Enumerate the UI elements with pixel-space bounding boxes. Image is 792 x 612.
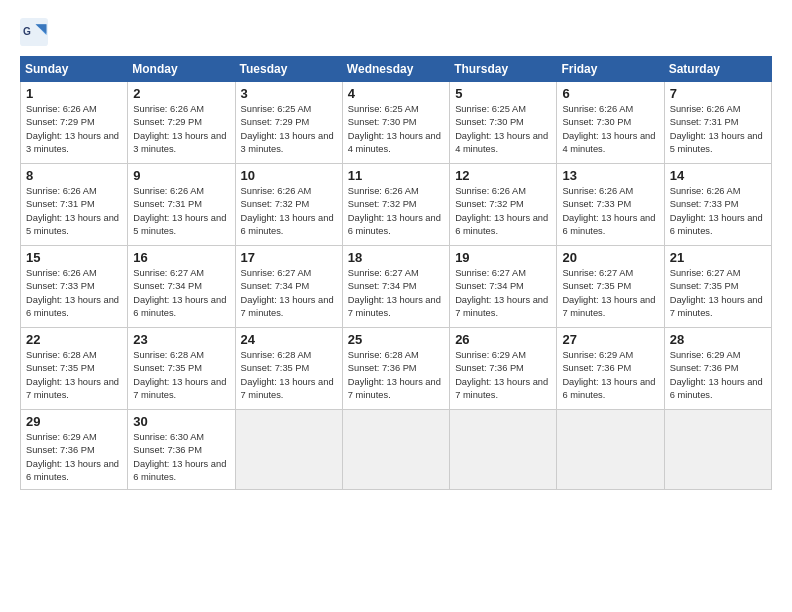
weekday-header-tuesday: Tuesday (235, 57, 342, 82)
day-detail: Sunrise: 6:29 AMSunset: 7:36 PMDaylight:… (26, 431, 122, 485)
calendar-cell: 6 Sunrise: 6:26 AMSunset: 7:30 PMDayligh… (557, 82, 664, 164)
day-number: 4 (348, 86, 444, 101)
day-detail: Sunrise: 6:27 AMSunset: 7:35 PMDaylight:… (670, 267, 766, 321)
day-detail: Sunrise: 6:26 AMSunset: 7:29 PMDaylight:… (133, 103, 229, 157)
day-detail: Sunrise: 6:26 AMSunset: 7:33 PMDaylight:… (670, 185, 766, 239)
calendar-week-1: 1 Sunrise: 6:26 AMSunset: 7:29 PMDayligh… (21, 82, 772, 164)
day-number: 24 (241, 332, 337, 347)
logo-icon: G (20, 18, 48, 46)
day-number: 18 (348, 250, 444, 265)
calendar-cell: 2 Sunrise: 6:26 AMSunset: 7:29 PMDayligh… (128, 82, 235, 164)
calendar-cell (664, 410, 771, 490)
svg-text:G: G (23, 26, 31, 37)
day-detail: Sunrise: 6:26 AMSunset: 7:33 PMDaylight:… (26, 267, 122, 321)
day-number: 8 (26, 168, 122, 183)
calendar-cell: 30 Sunrise: 6:30 AMSunset: 7:36 PMDaylig… (128, 410, 235, 490)
day-detail: Sunrise: 6:29 AMSunset: 7:36 PMDaylight:… (562, 349, 658, 403)
calendar-cell: 16 Sunrise: 6:27 AMSunset: 7:34 PMDaylig… (128, 246, 235, 328)
day-detail: Sunrise: 6:28 AMSunset: 7:35 PMDaylight:… (133, 349, 229, 403)
day-detail: Sunrise: 6:26 AMSunset: 7:32 PMDaylight:… (455, 185, 551, 239)
day-detail: Sunrise: 6:25 AMSunset: 7:30 PMDaylight:… (455, 103, 551, 157)
weekday-header-sunday: Sunday (21, 57, 128, 82)
day-number: 10 (241, 168, 337, 183)
day-detail: Sunrise: 6:28 AMSunset: 7:36 PMDaylight:… (348, 349, 444, 403)
day-detail: Sunrise: 6:27 AMSunset: 7:34 PMDaylight:… (348, 267, 444, 321)
day-detail: Sunrise: 6:28 AMSunset: 7:35 PMDaylight:… (26, 349, 122, 403)
calendar-cell: 26 Sunrise: 6:29 AMSunset: 7:36 PMDaylig… (450, 328, 557, 410)
day-detail: Sunrise: 6:26 AMSunset: 7:33 PMDaylight:… (562, 185, 658, 239)
day-number: 22 (26, 332, 122, 347)
day-detail: Sunrise: 6:27 AMSunset: 7:34 PMDaylight:… (133, 267, 229, 321)
weekday-header-thursday: Thursday (450, 57, 557, 82)
day-number: 27 (562, 332, 658, 347)
weekday-header-wednesday: Wednesday (342, 57, 449, 82)
calendar-cell (557, 410, 664, 490)
day-number: 21 (670, 250, 766, 265)
day-detail: Sunrise: 6:25 AMSunset: 7:30 PMDaylight:… (348, 103, 444, 157)
calendar-cell: 10 Sunrise: 6:26 AMSunset: 7:32 PMDaylig… (235, 164, 342, 246)
calendar-week-4: 22 Sunrise: 6:28 AMSunset: 7:35 PMDaylig… (21, 328, 772, 410)
day-number: 3 (241, 86, 337, 101)
day-number: 17 (241, 250, 337, 265)
day-number: 14 (670, 168, 766, 183)
day-number: 29 (26, 414, 122, 429)
calendar-cell: 18 Sunrise: 6:27 AMSunset: 7:34 PMDaylig… (342, 246, 449, 328)
logo: G (20, 18, 50, 46)
day-number: 12 (455, 168, 551, 183)
day-detail: Sunrise: 6:26 AMSunset: 7:32 PMDaylight:… (241, 185, 337, 239)
calendar-cell: 25 Sunrise: 6:28 AMSunset: 7:36 PMDaylig… (342, 328, 449, 410)
calendar-cell: 3 Sunrise: 6:25 AMSunset: 7:29 PMDayligh… (235, 82, 342, 164)
page: G SundayMondayTuesdayWednesdayThursdayFr… (0, 0, 792, 612)
header-row: G (20, 18, 772, 46)
day-number: 19 (455, 250, 551, 265)
calendar-cell: 17 Sunrise: 6:27 AMSunset: 7:34 PMDaylig… (235, 246, 342, 328)
calendar-week-5: 29 Sunrise: 6:29 AMSunset: 7:36 PMDaylig… (21, 410, 772, 490)
calendar-cell: 7 Sunrise: 6:26 AMSunset: 7:31 PMDayligh… (664, 82, 771, 164)
day-number: 13 (562, 168, 658, 183)
day-number: 5 (455, 86, 551, 101)
weekday-header-row: SundayMondayTuesdayWednesdayThursdayFrid… (21, 57, 772, 82)
day-detail: Sunrise: 6:29 AMSunset: 7:36 PMDaylight:… (455, 349, 551, 403)
day-number: 26 (455, 332, 551, 347)
day-number: 9 (133, 168, 229, 183)
day-detail: Sunrise: 6:27 AMSunset: 7:34 PMDaylight:… (241, 267, 337, 321)
calendar-cell (450, 410, 557, 490)
calendar-table: SundayMondayTuesdayWednesdayThursdayFrid… (20, 56, 772, 490)
calendar-cell: 11 Sunrise: 6:26 AMSunset: 7:32 PMDaylig… (342, 164, 449, 246)
calendar-cell: 1 Sunrise: 6:26 AMSunset: 7:29 PMDayligh… (21, 82, 128, 164)
day-detail: Sunrise: 6:27 AMSunset: 7:34 PMDaylight:… (455, 267, 551, 321)
day-detail: Sunrise: 6:29 AMSunset: 7:36 PMDaylight:… (670, 349, 766, 403)
day-detail: Sunrise: 6:25 AMSunset: 7:29 PMDaylight:… (241, 103, 337, 157)
calendar-cell: 29 Sunrise: 6:29 AMSunset: 7:36 PMDaylig… (21, 410, 128, 490)
weekday-header-monday: Monday (128, 57, 235, 82)
calendar-cell: 28 Sunrise: 6:29 AMSunset: 7:36 PMDaylig… (664, 328, 771, 410)
day-number: 6 (562, 86, 658, 101)
calendar-cell (342, 410, 449, 490)
calendar-cell: 24 Sunrise: 6:28 AMSunset: 7:35 PMDaylig… (235, 328, 342, 410)
day-number: 7 (670, 86, 766, 101)
calendar-cell: 12 Sunrise: 6:26 AMSunset: 7:32 PMDaylig… (450, 164, 557, 246)
day-detail: Sunrise: 6:26 AMSunset: 7:31 PMDaylight:… (670, 103, 766, 157)
day-detail: Sunrise: 6:26 AMSunset: 7:29 PMDaylight:… (26, 103, 122, 157)
calendar-week-2: 8 Sunrise: 6:26 AMSunset: 7:31 PMDayligh… (21, 164, 772, 246)
weekday-header-saturday: Saturday (664, 57, 771, 82)
day-detail: Sunrise: 6:30 AMSunset: 7:36 PMDaylight:… (133, 431, 229, 485)
day-detail: Sunrise: 6:26 AMSunset: 7:32 PMDaylight:… (348, 185, 444, 239)
calendar-cell: 13 Sunrise: 6:26 AMSunset: 7:33 PMDaylig… (557, 164, 664, 246)
day-number: 16 (133, 250, 229, 265)
calendar-cell: 8 Sunrise: 6:26 AMSunset: 7:31 PMDayligh… (21, 164, 128, 246)
day-number: 28 (670, 332, 766, 347)
day-number: 15 (26, 250, 122, 265)
day-number: 23 (133, 332, 229, 347)
day-detail: Sunrise: 6:26 AMSunset: 7:30 PMDaylight:… (562, 103, 658, 157)
calendar-cell: 27 Sunrise: 6:29 AMSunset: 7:36 PMDaylig… (557, 328, 664, 410)
calendar-cell (235, 410, 342, 490)
calendar-cell: 5 Sunrise: 6:25 AMSunset: 7:30 PMDayligh… (450, 82, 557, 164)
calendar-cell: 21 Sunrise: 6:27 AMSunset: 7:35 PMDaylig… (664, 246, 771, 328)
weekday-header-friday: Friday (557, 57, 664, 82)
calendar-cell: 9 Sunrise: 6:26 AMSunset: 7:31 PMDayligh… (128, 164, 235, 246)
day-number: 25 (348, 332, 444, 347)
calendar-cell: 20 Sunrise: 6:27 AMSunset: 7:35 PMDaylig… (557, 246, 664, 328)
day-number: 11 (348, 168, 444, 183)
calendar-cell: 4 Sunrise: 6:25 AMSunset: 7:30 PMDayligh… (342, 82, 449, 164)
